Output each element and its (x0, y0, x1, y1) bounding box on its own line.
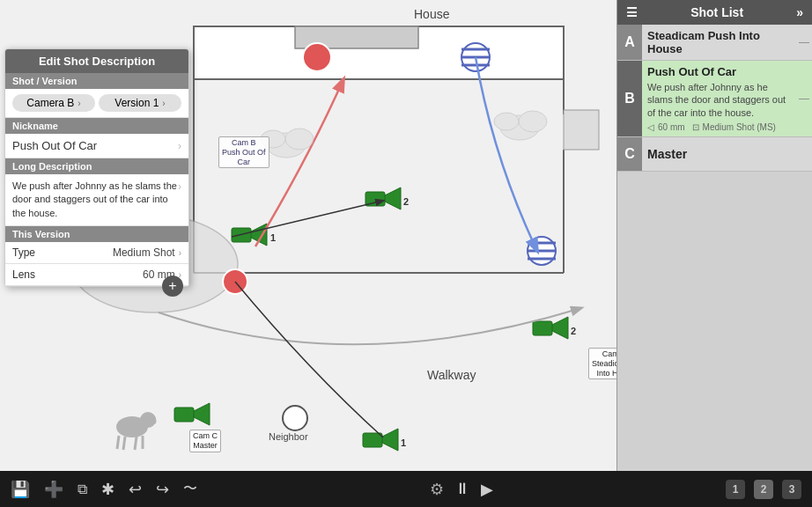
redo-icon[interactable]: ↪ (156, 480, 169, 499)
version-row[interactable]: Camera B › Version 1 › (5, 89, 188, 118)
shot-list-header: ☰ Shot List » (617, 0, 812, 25)
shot-item-a-content: Steadicam Push Into House (642, 25, 796, 60)
shot-item-c-content: Master (642, 143, 812, 165)
layers-icon[interactable]: ⧉ (78, 481, 87, 497)
wave-icon[interactable]: 〜 (183, 480, 197, 498)
shot-item-c[interactable]: C Master (617, 137, 812, 172)
svg-text:2: 2 (571, 326, 576, 336)
asterisk-icon[interactable]: ✱ (101, 480, 114, 499)
svg-rect-25 (174, 408, 194, 422)
camera-label: Camera B (26, 97, 74, 109)
svg-marker-24 (192, 403, 210, 425)
shot-letter-c: C (617, 137, 642, 171)
type-value: Medium Shot (35, 246, 175, 259)
shot-item-b-desc: We push after Johnny as he slams the doo… (647, 81, 791, 119)
shot-list-icon: ☰ (626, 5, 638, 19)
long-desc-arrow: › (178, 180, 181, 195)
nickname-text: Push Out Of Car (12, 139, 178, 152)
pause-icon[interactable]: ⏸ (454, 480, 470, 498)
long-desc-text: We push after Johnny as he slams the doo… (12, 180, 178, 220)
section-shot-version: Shot / Version (5, 73, 188, 89)
shot-item-a-collapse[interactable]: — (796, 25, 812, 60)
nickname-arrow: › (178, 140, 181, 152)
type-label: Type (12, 246, 35, 259)
neighbor-label: Neighbor (269, 431, 308, 442)
lens-label: Lens (12, 268, 35, 281)
play-icon[interactable]: ▶ (481, 480, 493, 499)
meta-speaker-icon: ◁ (647, 122, 654, 132)
undo-icon[interactable]: ↩ (129, 480, 142, 499)
house-label: House (414, 7, 449, 21)
shot-item-b-title: Push Out Of Car (647, 65, 791, 78)
shot-item-b-meta: ◁ 60 mm ⊡ Medium Shot (MS) (647, 122, 791, 132)
svg-line-47 (117, 436, 119, 449)
shot-item-b-collapse[interactable]: — (796, 61, 812, 136)
shot-list-panel: ☰ Shot List » A Steadicam Push Into Hous… (616, 0, 812, 471)
svg-point-44 (494, 113, 519, 130)
version-label: Version 1 (114, 97, 159, 109)
version-selector[interactable]: Version 1 › (99, 94, 181, 112)
svg-point-43 (519, 111, 547, 132)
nickname-row[interactable]: Push Out Of Car › (5, 134, 188, 158)
svg-marker-15 (383, 187, 401, 209)
cam-b-label: Cam BPush Out OfCar (218, 136, 269, 168)
toolbar-right: 1 2 3 (726, 480, 801, 499)
save-icon[interactable]: 💾 (11, 480, 30, 499)
shot-item-a[interactable]: A Steadicam Push Into House — (617, 25, 812, 61)
edit-panel-header: Edit Shot Description (5, 49, 188, 73)
shot-item-b[interactable]: B Push Out Of Car We push after Johnny a… (617, 61, 812, 137)
cam-steadicam-label: CamSteadicamInto H... (588, 348, 616, 379)
long-desc-row[interactable]: We push after Johnny as he slams the doo… (5, 174, 188, 226)
bottom-toolbar: 💾 ➕ ⧉ ✱ ↩ ↪ 〜 ⚙ ⏸ ▶ 1 2 3 (0, 471, 812, 507)
section-nickname: Nickname (5, 118, 188, 134)
svg-text:1: 1 (401, 437, 406, 448)
camera-arrow: › (78, 99, 80, 108)
shot-list-chevron[interactable]: » (796, 5, 803, 19)
svg-rect-22 (533, 321, 552, 335)
svg-point-40 (285, 129, 314, 150)
svg-marker-26 (380, 429, 398, 451)
svg-marker-21 (550, 317, 568, 339)
page-3-btn[interactable]: 3 (782, 480, 801, 499)
svg-text:2: 2 (403, 196, 409, 207)
toolbar-center: ⚙ ⏸ ▶ (430, 480, 493, 499)
svg-text:1: 1 (270, 232, 276, 243)
shot-letter-a: A (617, 25, 642, 60)
type-arrow: › (179, 248, 181, 258)
cam-c-label: Cam CMaster (189, 430, 221, 452)
walkway-label: Walkway (427, 368, 476, 382)
svg-rect-5 (564, 110, 599, 150)
svg-point-10 (303, 43, 331, 71)
gear-icon[interactable]: ⚙ (430, 480, 444, 499)
edit-panel: Edit Shot Description Shot / Version Cam… (4, 48, 189, 287)
toolbar-left: 💾 ➕ ⧉ ✱ ↩ ↪ 〜 (11, 480, 197, 499)
svg-line-48 (123, 437, 125, 450)
version-arrow: › (162, 99, 165, 108)
shot-list-title: Shot List (690, 5, 743, 19)
section-this-version: This Version (5, 226, 188, 242)
shot-item-b-content: Push Out Of Car We push after Johnny as … (642, 61, 796, 136)
lens-value: 60 mm (35, 268, 175, 281)
shot-letter-b: B (617, 61, 642, 136)
svg-rect-27 (363, 433, 382, 447)
shot-item-b-type: Medium Shot (MS) (703, 122, 776, 132)
lens-row[interactable]: Lens 60 mm › (5, 264, 188, 286)
meta-separator: ⊡ (692, 122, 699, 132)
add-icon[interactable]: ➕ (44, 480, 63, 499)
camera-selector[interactable]: Camera B › (12, 94, 95, 112)
svg-point-34 (283, 406, 307, 430)
add-button[interactable]: + (162, 276, 183, 297)
page-1-btn[interactable]: 1 (726, 480, 745, 499)
type-row[interactable]: Type Medium Shot › (5, 242, 188, 264)
shot-item-b-lens: 60 mm (658, 122, 685, 132)
shot-item-a-title: Steadicam Push Into House (647, 29, 791, 55)
svg-line-49 (135, 437, 137, 450)
section-long-desc: Long Description (5, 158, 188, 174)
page-2-btn[interactable]: 2 (754, 480, 773, 499)
shot-item-c-title: Master (647, 147, 687, 161)
